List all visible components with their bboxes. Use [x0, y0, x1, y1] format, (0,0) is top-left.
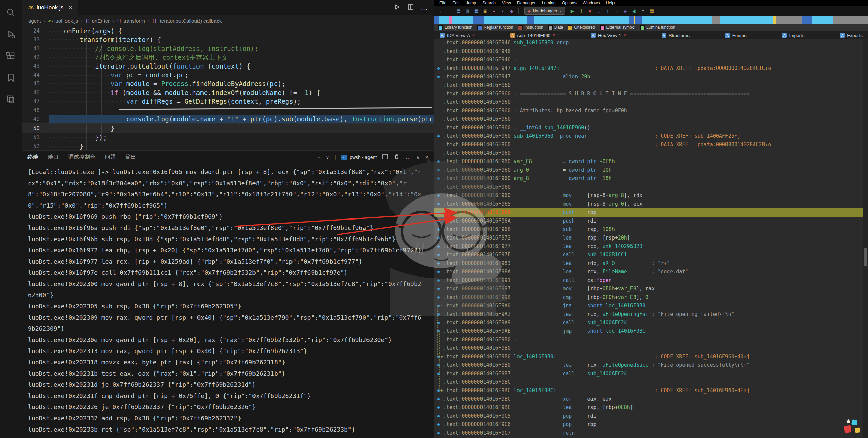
navigation-band[interactable]	[434, 16, 868, 24]
listing-line[interactable]: .text:000000014016F9C6 pop rbp	[434, 420, 863, 429]
toolbar-start-process-icon[interactable]: ▶	[569, 7, 576, 14]
listing-line[interactable]: .text:000000014016F946	[434, 47, 863, 56]
tab-luohook-js[interactable]: JS luoHook.js ×	[22, 0, 79, 15]
toolbar-lumina-icon[interactable]: ◉	[631, 7, 638, 14]
menu-options[interactable]: Options	[559, 1, 580, 5]
listing-line[interactable]: .text:000000014016F972 lea rbp, [rsp+20h…	[434, 234, 863, 242]
code-line[interactable]: 52········}	[22, 142, 434, 150]
panel-more-icon[interactable]: …	[405, 154, 411, 161]
listing-line[interactable]: .text:000000014016F969 push rbp	[434, 208, 863, 217]
code-line[interactable]: 50················}	[22, 123, 434, 133]
listing-line[interactable]: .text:000000014016F9B0; ----------------…	[434, 336, 863, 344]
extensions-icon[interactable]	[6, 51, 16, 61]
toolbar-colors-icon[interactable]: ◐	[499, 7, 506, 14]
more-actions-icon[interactable]: …	[421, 4, 428, 12]
listing-line[interactable]: .text:000000014016F9B7 call sub_1400AEC2…	[434, 369, 863, 378]
listing-line[interactable]: .text:000000014016F960arg_0 = dword ptr …	[434, 166, 863, 174]
listing-line[interactable]: .text:000000014016F960	[434, 115, 863, 123]
terminal-dropdown-icon[interactable]: ∨	[326, 155, 329, 160]
debugger-selector[interactable]: ◆ No debugger ▾	[524, 7, 565, 15]
breadcrumb-item[interactable]: {}onEnter	[85, 18, 110, 24]
new-terminal-icon[interactable]: +	[317, 154, 321, 161]
ida-tab-imports[interactable]: AImports	[782, 33, 804, 38]
toolbar-disasm-view-icon[interactable]: ▤	[455, 7, 462, 14]
kill-terminal-icon[interactable]	[394, 154, 400, 161]
listing-line[interactable]: .text:000000014016F977 lea rcx, unk_1402…	[434, 242, 863, 251]
listing-line[interactable]: .text:000000014016F947algn_14016F947: ; …	[434, 64, 863, 73]
menu-search[interactable]: Search	[479, 1, 499, 5]
toolbar-structs-icon[interactable]: ◆	[508, 7, 515, 14]
toolbar-snapshot-icon[interactable]: ◈	[622, 7, 629, 14]
listing-line[interactable]: .text:000000014016F960	[434, 98, 863, 107]
listing-line[interactable]: .text:000000014016F96A push rdi	[434, 217, 863, 225]
terminal-output[interactable]: [Local::luoDst.exe ]-> luoDst.exe!0x16f9…	[28, 166, 423, 438]
bookmarks-icon[interactable]	[6, 73, 16, 83]
panel-tab-输出[interactable]: 输出	[125, 151, 136, 164]
code-line[interactable]: 51············});	[22, 133, 434, 142]
close-icon[interactable]: ×	[472, 33, 475, 38]
listing-line[interactable]: .text:000000014016F9C7 retn	[434, 429, 863, 437]
ida-tab-ida-view-a[interactable]: AIDA View-A×	[440, 33, 475, 38]
listing-line[interactable]: .text:000000014016F9AE jmp short loc_140…	[434, 327, 863, 336]
listing-line[interactable]: .text:000000014016F9BC	[434, 378, 863, 386]
menu-windows[interactable]: Windows	[580, 1, 603, 5]
listing-line[interactable]: .text:000000014016F960; __int64 sub_1401…	[434, 123, 863, 132]
listing-line[interactable]: .text:000000014016F97E call sub_1400B1CC…	[434, 251, 863, 259]
explorer-icon[interactable]	[6, 94, 16, 104]
listing-line[interactable]: .text:000000014016F960	[434, 81, 863, 90]
listing-line[interactable]: .text:000000014016F960; =============== …	[434, 90, 863, 98]
listing-line[interactable]: .text:000000014016F98A lea rcx, FileName…	[434, 268, 863, 276]
close-icon[interactable]: ×	[553, 33, 555, 38]
code-line[interactable]: 44················var pc = context.pc;	[22, 71, 434, 79]
toolbar-step-into-icon[interactable]: ↓	[596, 7, 602, 14]
terminal-instance[interactable]: >_ pwsh - agent	[341, 155, 377, 160]
code-line[interactable]: 45················var module = Process.f…	[22, 79, 434, 88]
listing-line[interactable]: .text:000000014016F946; ----------------…	[434, 56, 863, 64]
code-line[interactable]: 24····onEnter(args) {	[22, 26, 434, 35]
search-icon[interactable]	[6, 7, 16, 18]
listing-scrollbar[interactable]	[863, 39, 868, 438]
listing-line[interactable]: .text:000000014016F960 mov [rsp-8+arg_8]…	[434, 191, 863, 200]
listing-line[interactable]: .text:000000014016F96B sub rsp, 108h	[434, 225, 863, 234]
panel-tab-问题[interactable]: 问题	[105, 151, 116, 164]
code-editor[interactable]: 24····onEnter(args) {33········transform…	[22, 26, 434, 150]
ida-tab-exports[interactable]: AExports	[840, 33, 863, 38]
toolbar-pause-process-icon[interactable]: ‖	[578, 7, 585, 14]
close-icon[interactable]: ×	[624, 33, 626, 38]
menu-edit[interactable]: Edit	[449, 1, 463, 5]
listing-line[interactable]: .text:000000014016F960	[434, 183, 863, 191]
listing-line[interactable]: .text:000000014016F960 ; DATA XREF: .pda…	[434, 140, 863, 149]
listing-line[interactable]: .text:000000014016F983 lea rdx, aR_0 ; "…	[434, 259, 863, 268]
listing-line[interactable]: .text:000000014016F9BE lea rsp, [rbp+0E8…	[434, 403, 863, 412]
menu-help[interactable]: Help	[603, 1, 618, 5]
code-line[interactable]: 48	[22, 106, 434, 115]
listing-line[interactable]: .text:000000014016F960; Attributes: bp-b…	[434, 107, 863, 115]
ida-tab-enums[interactable]: AEnums	[725, 33, 747, 38]
code-line[interactable]: 33········transform(iterator) {	[22, 35, 434, 44]
menu-file[interactable]: File	[436, 1, 449, 5]
close-tab-icon[interactable]: ×	[69, 4, 72, 12]
listing-line[interactable]: .text:000000014016F991 call cs:fopen	[434, 276, 863, 285]
listing-line[interactable]: .text:000000014016F965 mov [rsp-8+arg_0]…	[434, 200, 863, 208]
toolbar-breakpoint-icon[interactable]: ●	[491, 7, 497, 14]
toolbar-step-over-icon[interactable]: →	[613, 7, 620, 14]
listing-line[interactable]: .text:000000014016F9B0loc_14016F9B0: ; C…	[434, 353, 863, 361]
menu-jump[interactable]: Jump	[463, 1, 479, 5]
listing-line[interactable]: .text:000000014016F9A9 call sub_1400AEC2…	[434, 319, 863, 327]
menu-debugger[interactable]: Debugger	[514, 1, 539, 5]
toolbar-text-view-icon[interactable]: ▣	[482, 7, 489, 14]
maximize-panel-icon[interactable]: ∧	[416, 155, 419, 160]
listing-line[interactable]: .text:000000014016F960arg_8 = qword ptr …	[434, 174, 863, 183]
code-line[interactable]: 42············//指令执行之后调用, context寄存器上下文	[22, 53, 434, 62]
close-panel-icon[interactable]: ×	[425, 154, 428, 161]
disassembly-listing[interactable]: .text:000000014016F946sub_14016F8E0 endp…	[434, 39, 863, 438]
panel-tab-终端[interactable]: 终端	[27, 151, 38, 164]
listing-line[interactable]: .text:000000014016F9BCloc_14016F9BC: ; C…	[434, 386, 863, 395]
toolbar-forward-icon[interactable]: →	[447, 7, 453, 14]
listing-line[interactable]: .text:000000014016F99B cmp [rbp+0F0h+var…	[434, 293, 863, 302]
run-file-icon[interactable]	[394, 4, 400, 12]
listing-line[interactable]: .text:000000014016F9A0 jnz short loc_140…	[434, 302, 863, 310]
listing-line[interactable]: .text:000000014016F960var_E8 = qword ptr…	[434, 157, 863, 166]
panel-tab-调试控制台[interactable]: 调试控制台	[68, 151, 95, 164]
code-line[interactable]: 41············// console.log(startAddres…	[22, 44, 434, 53]
